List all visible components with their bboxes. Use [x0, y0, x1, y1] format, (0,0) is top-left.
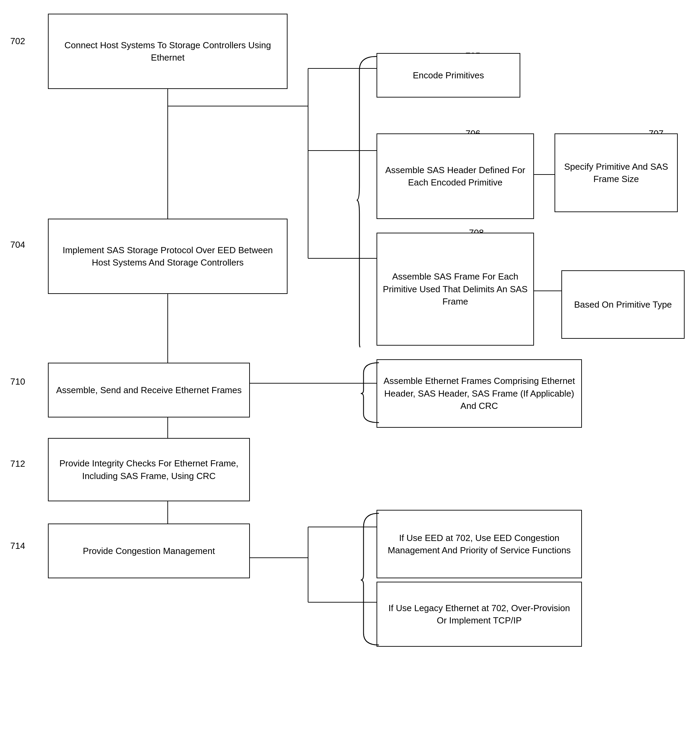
box-714-text: Provide Congestion Management — [83, 545, 215, 557]
box-716: If Use EED at 702, Use EED Congestion Ma… — [376, 510, 582, 578]
box-709-text: Based On Primitive Type — [574, 298, 672, 311]
box-702: Connect Host Systems To Storage Controll… — [48, 14, 288, 89]
curly-brace-711 — [360, 359, 381, 428]
box-707-text: Specify Primitive And SAS Frame Size — [560, 160, 672, 185]
box-714: Provide Congestion Management — [48, 524, 250, 578]
label-702: 702 — [10, 36, 25, 47]
box-710-text: Assemble, Send and Receive Ethernet Fram… — [56, 384, 242, 396]
box-704-text: Implement SAS Storage Protocol Over EED … — [54, 244, 282, 269]
box-712: Provide Integrity Checks For Ethernet Fr… — [48, 438, 250, 501]
label-712: 712 — [10, 459, 25, 469]
box-706: Assemble SAS Header Defined For Each Enc… — [376, 134, 534, 219]
box-715: If Use Legacy Ethernet at 702, Over-Prov… — [376, 582, 582, 647]
box-712-text: Provide Integrity Checks For Ethernet Fr… — [54, 457, 244, 482]
box-708: Assemble SAS Frame For Each Primitive Us… — [376, 233, 534, 346]
box-710: Assemble, Send and Receive Ethernet Fram… — [48, 363, 250, 417]
box-711-text: Assemble Ethernet Frames Comprising Ethe… — [382, 375, 576, 412]
box-715-text: If Use Legacy Ethernet at 702, Over-Prov… — [382, 602, 576, 627]
box-707: Specify Primitive And SAS Frame Size — [554, 134, 678, 212]
box-702-text: Connect Host Systems To Storage Controll… — [54, 39, 282, 64]
label-704: 704 — [10, 239, 25, 250]
box-705-text: Encode Primitives — [413, 69, 484, 81]
curly-brace-left — [356, 53, 380, 347]
box-706-text: Assemble SAS Header Defined For Each Enc… — [382, 164, 528, 189]
label-714: 714 — [10, 541, 25, 551]
box-708-text: Assemble SAS Frame For Each Primitive Us… — [382, 270, 528, 308]
box-716-text: If Use EED at 702, Use EED Congestion Ma… — [382, 532, 576, 557]
box-709: Based On Primitive Type — [561, 270, 685, 339]
curly-brace-716-715 — [360, 510, 381, 650]
box-704: Implement SAS Storage Protocol Over EED … — [48, 219, 288, 294]
label-710: 710 — [10, 376, 25, 387]
box-711: Assemble Ethernet Frames Comprising Ethe… — [376, 359, 582, 428]
box-705: Encode Primitives — [376, 53, 520, 98]
flowchart-diagram: 702 Connect Host Systems To Storage Cont… — [0, 0, 700, 735]
